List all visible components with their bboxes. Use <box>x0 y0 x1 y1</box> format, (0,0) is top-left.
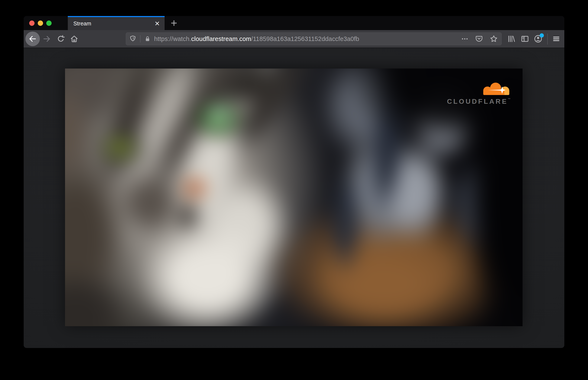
video-texture-blob <box>329 167 361 278</box>
url-path: /118598a163a125631152ddaccfe3a0fb <box>251 36 359 42</box>
account-icon-wrap <box>534 34 543 43</box>
library-icon <box>507 35 515 43</box>
plus-icon: + <box>171 18 177 29</box>
reload-button[interactable] <box>56 34 66 43</box>
back-arrow-icon <box>28 35 37 43</box>
window-controls <box>29 16 52 30</box>
navigation-toolbar: https://watch.cloudflarestream.com/11859… <box>24 30 564 48</box>
url-bar[interactable]: https://watch.cloudflarestream.com/11859… <box>126 33 502 45</box>
window-close-button[interactable] <box>29 20 35 26</box>
hamburger-icon <box>552 35 560 43</box>
shield-icon <box>129 35 137 43</box>
pocket-icon[interactable] <box>475 35 483 43</box>
cloudflare-watermark: CLOUDFLARE™ <box>438 80 511 105</box>
home-button[interactable] <box>69 34 79 43</box>
url-domain: cloudflarestream.com <box>191 36 251 42</box>
page-actions-icon[interactable] <box>461 35 469 43</box>
lock-icon <box>144 35 151 42</box>
lock-button[interactable] <box>144 35 151 42</box>
home-icon <box>70 35 78 43</box>
url-input[interactable]: https://watch.cloudflarestream.com/11859… <box>154 36 359 42</box>
urlbar-divider <box>140 35 140 42</box>
video-texture-blob <box>308 239 457 326</box>
back-button[interactable] <box>25 32 40 46</box>
trademark-symbol: ™ <box>508 97 511 101</box>
browser-window: Stream ✕ + <box>24 16 564 348</box>
tab-title: Stream <box>73 20 91 27</box>
window-minimize-button[interactable] <box>38 20 43 26</box>
forward-button[interactable] <box>42 34 51 43</box>
video-texture-blob <box>110 139 129 152</box>
sidebar-icon <box>521 35 529 43</box>
account-notification-dot <box>540 33 544 38</box>
tab-stream[interactable]: Stream ✕ <box>68 16 165 30</box>
sidebar-button[interactable] <box>520 34 530 43</box>
cloudflare-cloud-icon <box>476 80 512 97</box>
menu-button[interactable] <box>552 34 561 43</box>
library-button[interactable] <box>506 34 516 43</box>
url-scheme: https://watch. <box>154 36 191 42</box>
video-texture-blob <box>187 181 202 194</box>
urlbar-actions <box>461 33 498 45</box>
bookmark-star-icon[interactable] <box>489 35 498 43</box>
desktop: Stream ✕ + <box>0 0 588 380</box>
tab-bar: Stream ✕ + <box>24 16 564 30</box>
tracking-protection-button[interactable] <box>129 35 137 43</box>
cloudflare-wordmark: CLOUDFLARE™ <box>438 97 511 105</box>
tab-close-icon[interactable]: ✕ <box>155 20 160 27</box>
video-texture-blob <box>207 105 230 123</box>
reload-icon <box>56 35 65 43</box>
video-player[interactable]: CLOUDFLARE™ <box>65 69 522 326</box>
window-zoom-button[interactable] <box>46 20 52 26</box>
toolbar-divider <box>547 34 548 45</box>
video-frame-cat <box>65 69 522 326</box>
forward-arrow-icon <box>42 35 51 43</box>
page-content: CLOUDFLARE™ <box>24 48 564 347</box>
new-tab-button[interactable]: + <box>169 18 179 28</box>
account-button[interactable] <box>534 34 543 43</box>
